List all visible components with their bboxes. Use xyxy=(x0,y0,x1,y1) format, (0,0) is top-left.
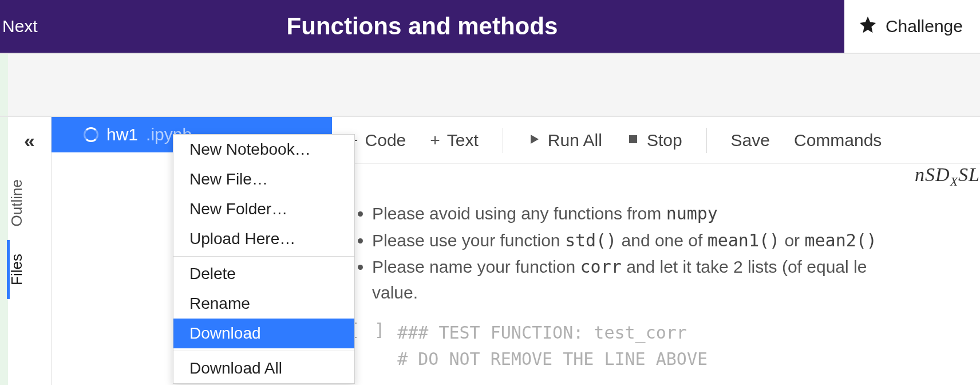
cell-body[interactable]: ### TEST FUNCTION: test_corr # DO NOT RE… xyxy=(397,320,708,373)
file-context-menu: New Notebook… New File… New Folder… Uplo… xyxy=(173,134,355,384)
next-button[interactable]: Next xyxy=(0,17,38,36)
challenge-button[interactable]: Challenge xyxy=(844,0,980,53)
commands-label: Commands xyxy=(794,131,882,150)
menu-separator xyxy=(173,256,354,257)
side-rail: « Outline Files xyxy=(8,117,52,385)
menu-rename[interactable]: Rename xyxy=(173,289,354,319)
toolbar-separator xyxy=(706,128,707,153)
menu-download-all[interactable]: Download All xyxy=(173,353,354,383)
toolbar-separator xyxy=(503,128,503,153)
menu-new-notebook[interactable]: New Notebook… xyxy=(173,135,354,164)
run-all-label: Run All xyxy=(548,131,602,150)
rail-tab-outline[interactable]: Outline xyxy=(8,166,51,240)
editor-toolbar: + Code + Text Run All Stop Save Commands xyxy=(332,117,980,164)
math-fragment: nSDXSL xyxy=(915,164,980,189)
rail-tab-files[interactable]: Files xyxy=(8,240,51,299)
trailing-text: value. xyxy=(372,283,963,302)
menu-separator xyxy=(173,351,354,351)
text-label: Text xyxy=(447,131,479,150)
commands-button[interactable]: Commands xyxy=(794,131,882,150)
star-icon xyxy=(858,15,878,38)
save-button[interactable]: Save xyxy=(731,131,770,150)
menu-new-file[interactable]: New File… xyxy=(173,164,354,194)
run-all-button[interactable]: Run All xyxy=(527,131,602,150)
menu-upload-here[interactable]: Upload Here… xyxy=(173,224,354,254)
save-label: Save xyxy=(731,131,770,150)
instruction-list: Please avoid using any functions from nu… xyxy=(372,201,963,281)
play-icon xyxy=(527,131,541,150)
loading-spinner-icon xyxy=(84,127,98,142)
collapse-icon[interactable]: « xyxy=(24,124,35,166)
page-title: Functions and methods xyxy=(0,13,844,40)
progress-edge xyxy=(0,54,8,116)
stop-button[interactable]: Stop xyxy=(626,131,682,150)
stop-label: Stop xyxy=(647,131,682,150)
list-item: Please use your function std() and one o… xyxy=(372,227,963,254)
stop-icon xyxy=(626,131,640,150)
code-label: Code xyxy=(365,131,406,150)
files-panel: hw1.ipynb New Notebook… New File… New Fo… xyxy=(52,117,332,385)
file-name: hw1 xyxy=(106,125,138,144)
top-header: Next Functions and methods Challenge xyxy=(0,0,980,53)
main-area: « Outline Files hw1.ipynb New Notebook… … xyxy=(0,117,980,385)
editor-area: + Code + Text Run All Stop Save Commands xyxy=(332,117,980,385)
list-item: Please avoid using any functions from nu… xyxy=(372,201,963,227)
menu-new-folder[interactable]: New Folder… xyxy=(173,194,354,224)
plus-icon: + xyxy=(430,131,440,150)
svg-rect-0 xyxy=(629,135,637,143)
code-cell[interactable]: [ ] ### TEST FUNCTION: test_corr # DO NO… xyxy=(349,320,963,373)
add-text-button[interactable]: + Text xyxy=(430,131,479,150)
list-item: Please name your function corr and let i… xyxy=(372,254,963,281)
add-code-button[interactable]: + Code xyxy=(348,131,406,150)
challenge-label: Challenge xyxy=(886,17,963,36)
subheader-strip xyxy=(0,53,980,117)
menu-download[interactable]: Download xyxy=(173,319,354,348)
notebook-content: nSDXSL Please avoid using any functions … xyxy=(332,164,980,385)
menu-delete[interactable]: Delete xyxy=(173,259,354,289)
